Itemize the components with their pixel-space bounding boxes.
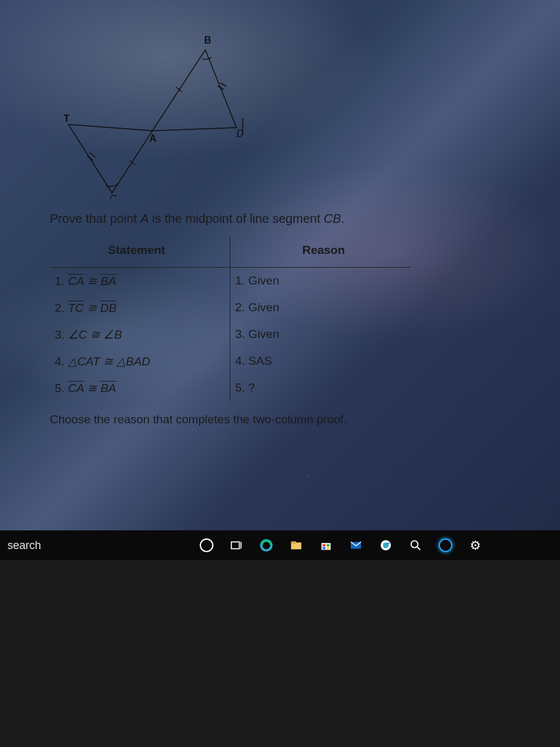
reason-3: 3. Given bbox=[230, 321, 411, 348]
prompt-post: . bbox=[341, 212, 345, 225]
taskbar-search-label[interactable]: search bbox=[5, 539, 154, 552]
below-screen-area bbox=[0, 560, 560, 747]
header-statement: Statement bbox=[50, 237, 230, 268]
svg-rect-16 bbox=[327, 544, 330, 547]
vertex-label-d: D bbox=[236, 128, 244, 139]
header-reason: Reason bbox=[230, 237, 411, 268]
proof-table: Statement Reason 1. CA ≅ BA 1. Given 2. … bbox=[50, 237, 535, 402]
svg-marker-0 bbox=[68, 125, 152, 193]
svg-rect-9 bbox=[231, 542, 240, 549]
stmt-5: 5. CA ≅ BA bbox=[50, 375, 230, 402]
task-view-icon[interactable] bbox=[228, 537, 245, 554]
svg-point-22 bbox=[411, 541, 418, 548]
mail-icon[interactable] bbox=[347, 537, 365, 554]
settings-gear-icon[interactable]: ⚙ bbox=[467, 537, 484, 554]
reason-2: 2. Given bbox=[230, 294, 411, 321]
svg-rect-17 bbox=[323, 547, 326, 550]
svg-line-4 bbox=[87, 156, 93, 161]
svg-rect-13 bbox=[291, 542, 296, 544]
svg-line-7 bbox=[220, 83, 226, 87]
svg-rect-18 bbox=[327, 547, 330, 550]
stmt-1: 1. CA ≅ BA bbox=[50, 268, 230, 294]
edge-icon[interactable] bbox=[258, 537, 275, 554]
proof-prompt: Prove that point A is the midpoint of li… bbox=[50, 212, 535, 226]
windows-taskbar[interactable]: search ⚙ bbox=[0, 530, 560, 560]
vertex-label-b: B bbox=[204, 35, 212, 45]
app-icon-1[interactable] bbox=[377, 537, 394, 554]
cortana-icon[interactable] bbox=[198, 537, 215, 554]
svg-marker-1 bbox=[152, 50, 236, 131]
reason-5: 5. ? bbox=[230, 375, 411, 402]
vertex-label-c: C bbox=[110, 194, 117, 199]
vertex-label-a: A bbox=[149, 133, 157, 144]
screen-area: T B A C D Prove that point A is the midp… bbox=[0, 0, 560, 560]
svg-line-5 bbox=[90, 153, 96, 157]
prompt-mid: is the midpoint of line segment bbox=[149, 212, 324, 225]
file-explorer-icon[interactable] bbox=[287, 537, 305, 554]
svg-line-3 bbox=[176, 87, 182, 92]
worksheet-content: T B A C D Prove that point A is the midp… bbox=[50, 25, 535, 426]
triangle-diagram: T B A C D bbox=[50, 25, 286, 199]
cortana-ring-icon[interactable] bbox=[437, 537, 454, 554]
reason-4: 4. SAS bbox=[230, 348, 411, 375]
prompt-pre: Prove that point bbox=[50, 212, 141, 225]
stmt-3: 3. ∠C ≅ ∠B bbox=[50, 321, 230, 348]
question-text: Choose the reason that completes the two… bbox=[50, 413, 535, 426]
svg-rect-15 bbox=[323, 544, 326, 547]
stmt-2: 2. TC ≅ DB bbox=[50, 294, 230, 321]
store-icon[interactable] bbox=[317, 537, 335, 554]
search-magnifier-icon[interactable] bbox=[407, 537, 424, 554]
reason-1: 1. Given bbox=[230, 268, 411, 294]
vertex-label-t: T bbox=[63, 113, 70, 124]
svg-line-23 bbox=[418, 547, 421, 550]
stmt-4: 4. △CAT ≅ △BAD bbox=[50, 348, 230, 375]
prompt-seg: CB bbox=[324, 212, 341, 225]
prompt-point-a: A bbox=[141, 212, 149, 225]
